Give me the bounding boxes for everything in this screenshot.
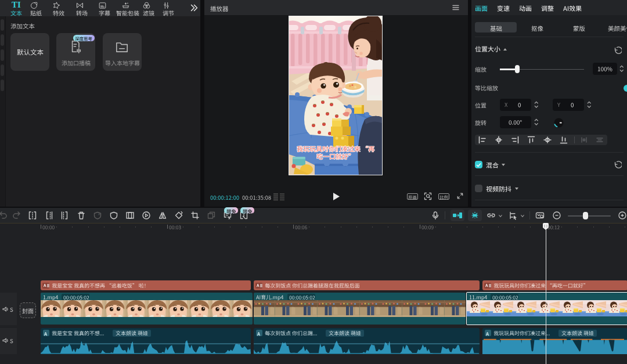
svg-text:AI: AI [98, 212, 101, 216]
